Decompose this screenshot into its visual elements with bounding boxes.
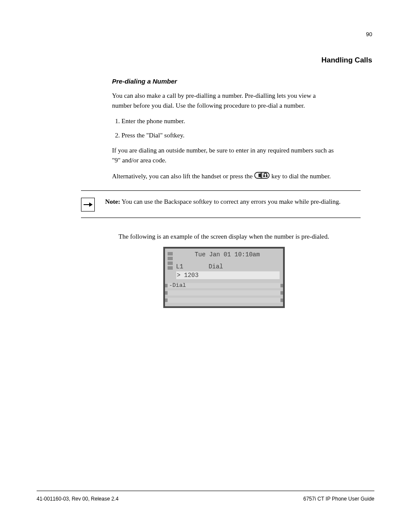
alt-dial-suffix: key to dial the number.	[271, 173, 331, 180]
section-heading: Handling Calls	[321, 56, 372, 65]
body-column: Pre-dialing a Number You can also make a…	[112, 78, 336, 330]
screen-line-row: L1 Dial	[165, 263, 283, 271]
line-status: Dial	[209, 263, 223, 270]
softkey-row: -Dial	[165, 283, 283, 289]
note-arrow-icon	[81, 198, 95, 212]
note-text: Note: You can use the Backspace softkey …	[105, 197, 341, 207]
page-number: 90	[366, 31, 372, 37]
screen-input: > 1203	[176, 271, 280, 279]
phone-screen: Tue Jan 01 10:10am L1 Dial > 1203 -Dial	[163, 247, 285, 308]
softkey-label-1: -Dial	[168, 283, 280, 288]
status-icon	[168, 261, 173, 265]
softkey-nub-icon	[280, 299, 283, 302]
svg-rect-2	[263, 175, 265, 177]
dial-note-paragraph: If you are dialing an outside number, be…	[112, 146, 336, 166]
status-icon-column	[168, 252, 173, 270]
alt-dial-paragraph: Alternatively, you can also lift the han…	[112, 171, 336, 183]
footer: 41-001160-03, Rev 00, Release 2.4 6757i …	[37, 496, 374, 502]
svg-marker-5	[89, 202, 93, 207]
phone-screen-wrap: Tue Jan 01 10:10am L1 Dial > 1203 -Dial	[112, 247, 336, 308]
sub-heading: Pre-dialing a Number	[112, 78, 336, 85]
svg-rect-3	[266, 175, 268, 177]
softkey-nub-icon	[280, 291, 283, 295]
status-icon	[168, 266, 173, 270]
status-icon	[168, 252, 173, 255]
intro-paragraph: You can also make a call by pre-dialling…	[112, 91, 336, 111]
softkey-label-2	[168, 290, 280, 296]
softkey-label-3	[168, 298, 280, 303]
screen-spacer	[165, 259, 283, 263]
note-block: Note: You can use the Backspace softkey …	[81, 190, 361, 218]
step-item: Press the "Dial" softkey.	[121, 131, 336, 140]
softkey-row	[165, 290, 283, 296]
screen-caption: The following is an example of the scree…	[112, 232, 336, 242]
step-list: Enter the phone number. Press the "Dial"…	[112, 116, 336, 141]
screen-datetime: Tue Jan 01 10:10am	[165, 251, 283, 259]
step-item: Enter the phone number.	[121, 116, 336, 126]
footer-right: 6757i CT IP Phone User Guide	[303, 496, 374, 502]
softkey-nub-icon	[280, 284, 283, 287]
alt-dial-prefix: Alternatively, you can also lift the han…	[112, 173, 254, 180]
footer-left: 41-001160-03, Rev 00, Release 2.4	[37, 496, 118, 502]
page: 90 Handling Calls Pre-dialing a Number Y…	[0, 0, 411, 532]
status-icon	[168, 257, 173, 260]
note-body: You can use the Backspace softkey to cor…	[121, 198, 340, 205]
speaker-headset-key-icon	[254, 171, 270, 183]
softkey-row	[165, 297, 283, 303]
note-label: Note:	[105, 198, 120, 205]
softkey-area: -Dial	[165, 283, 283, 303]
line-label: L1	[176, 263, 184, 270]
footer-rule	[37, 491, 374, 491]
